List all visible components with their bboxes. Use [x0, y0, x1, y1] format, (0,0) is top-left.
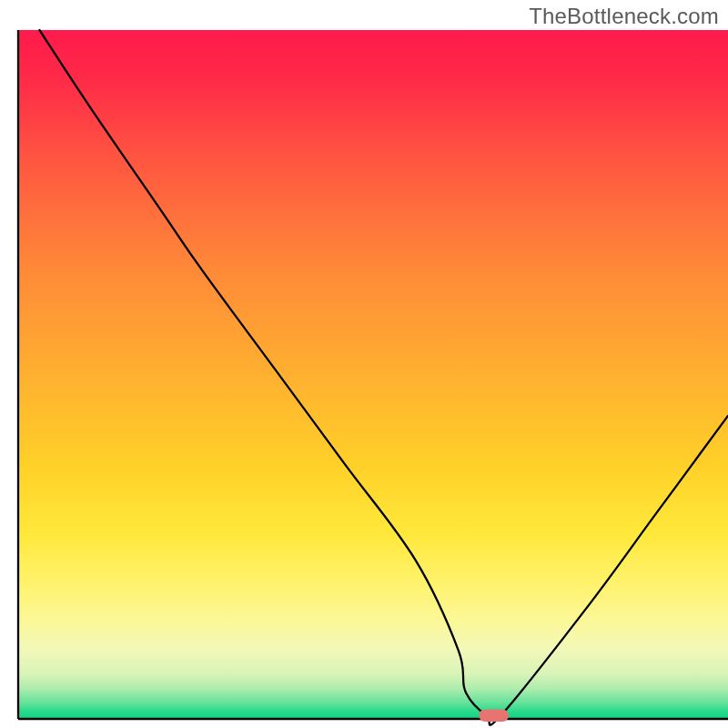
- watermark-text: TheBottleneck.com: [529, 4, 719, 29]
- bottleneck-plot: [0, 0, 728, 728]
- sweet-spot-marker: [479, 709, 509, 722]
- chart-stage: TheBottleneck.com: [0, 0, 728, 728]
- plot-background: [18, 30, 728, 719]
